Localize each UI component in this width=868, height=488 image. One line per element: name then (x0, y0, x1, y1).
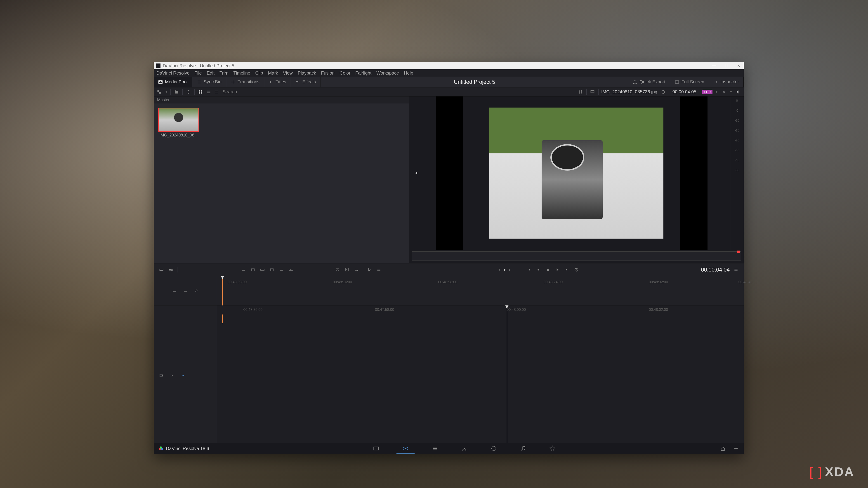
go-start-button[interactable] (526, 267, 532, 273)
thumbnail-view-button[interactable] (197, 89, 204, 95)
menu-mark[interactable]: Mark (268, 70, 278, 76)
list-view-button[interactable] (214, 89, 220, 95)
meter-tick: -15 (735, 129, 739, 132)
clip-info-button[interactable] (660, 89, 666, 95)
scrub-track[interactable] (412, 252, 741, 260)
fairlight-page-button[interactable] (519, 444, 528, 453)
menu-trim[interactable]: Trim (219, 70, 228, 76)
sort-button[interactable] (577, 89, 584, 95)
bypass-fx-button[interactable] (721, 89, 727, 95)
menu-fairlight[interactable]: Fairlight (355, 70, 371, 76)
full-screen-button[interactable]: Full Screen (670, 76, 709, 87)
quick-export-button[interactable]: Quick Export (628, 76, 670, 87)
bypass-dropdown-icon[interactable]: ▼ (730, 90, 733, 94)
sync-bin-button[interactable]: Sync Bin (192, 76, 226, 87)
fast-review-button[interactable] (366, 267, 373, 273)
lower-ruler[interactable]: 00:47:56:00 00:47:58:00 00:48:00:00 00:4… (217, 305, 744, 315)
transition-button[interactable] (334, 267, 341, 273)
media-page-button[interactable] (372, 444, 381, 453)
adjust-button[interactable] (353, 267, 360, 273)
effects-button[interactable]: Effects (291, 76, 321, 87)
stop-button[interactable] (545, 267, 551, 273)
loop-button[interactable] (573, 267, 580, 273)
track-tool-1[interactable] (171, 288, 178, 294)
menu-timeline[interactable]: Timeline (233, 70, 250, 76)
settings-button[interactable] (733, 445, 739, 452)
prev-clip-button[interactable] (413, 170, 418, 176)
tool-button-5[interactable] (278, 267, 285, 273)
lower-playhead[interactable] (507, 305, 507, 443)
menu-view[interactable]: View (283, 70, 293, 76)
tool-button-4[interactable] (269, 267, 275, 273)
maximize-button[interactable]: ☐ (724, 63, 729, 68)
menu-workspace[interactable]: Workspace (376, 70, 399, 76)
home-button[interactable] (720, 445, 726, 452)
sync-clips-button[interactable] (185, 89, 192, 95)
scrub-bar[interactable] (409, 250, 744, 263)
viewer-mode-button[interactable] (589, 89, 596, 95)
razor-button[interactable] (169, 372, 176, 379)
menu-color[interactable]: Color (340, 70, 350, 76)
menu-file[interactable]: File (194, 70, 202, 76)
dropdown-arrow-icon[interactable]: ▼ (165, 90, 168, 94)
titles-button[interactable]: T Titles (264, 76, 291, 87)
import-media-button[interactable] (156, 89, 162, 95)
playback-timecode: 00:00:04:04 (701, 267, 730, 273)
play-button[interactable] (554, 267, 561, 273)
import-folder-button[interactable] (174, 89, 180, 95)
tool-button-3[interactable] (259, 267, 266, 273)
close-button[interactable]: ✕ (736, 63, 741, 68)
picture-button[interactable] (344, 267, 350, 273)
bin-master-label[interactable]: Master (154, 96, 409, 103)
tool-button-2[interactable] (250, 267, 256, 273)
sliders-icon (354, 267, 359, 272)
svg-rect-36 (183, 375, 184, 376)
track-tool-2[interactable] (182, 288, 188, 294)
jog-next-icon[interactable]: › (509, 267, 510, 272)
lower-timeline-track[interactable]: 00:47:56:00 00:47:58:00 00:48:00:00 00:4… (217, 305, 744, 443)
append-button[interactable] (168, 267, 174, 273)
menu-fusion[interactable]: Fusion (321, 70, 335, 76)
menu-playback[interactable]: Playback (298, 70, 316, 76)
timeline-options-button[interactable] (733, 267, 739, 273)
viewer-filename: IMG_20240810_085736.jpg (601, 89, 657, 94)
viewer-image[interactable] (489, 107, 663, 238)
jog-dot-icon[interactable]: ● (504, 268, 506, 272)
resolution-badge[interactable]: FHD (702, 90, 712, 94)
deliver-page-button[interactable] (548, 444, 557, 453)
step-back-button[interactable] (535, 267, 541, 273)
edit-page-button[interactable] (430, 444, 439, 453)
menu-edit[interactable]: Edit (207, 70, 215, 76)
search-input[interactable] (223, 89, 268, 94)
volume-button[interactable] (735, 89, 741, 95)
jog-prev-icon[interactable]: ‹ (499, 267, 500, 272)
viewer-container[interactable]: 0 -5 -10 -15 -20 -30 -40 -50 (409, 96, 744, 250)
transitions-button[interactable]: Transitions (226, 76, 264, 87)
timeline-view-button[interactable] (376, 267, 382, 273)
scrub-marker[interactable] (737, 251, 740, 253)
menu-clip[interactable]: Clip (255, 70, 263, 76)
strip-view-button[interactable] (206, 89, 212, 95)
track-tool-3[interactable] (193, 288, 199, 294)
tool-button-1[interactable] (240, 267, 247, 273)
menu-davinci[interactable]: DaVinci Resolve (156, 70, 189, 76)
tool-button-6[interactable] (288, 267, 294, 273)
cut-page-button[interactable] (401, 444, 410, 453)
clip-thumbnail[interactable] (158, 108, 199, 132)
go-end-button[interactable] (564, 267, 570, 273)
smart-insert-button[interactable] (158, 267, 164, 273)
media-pool-area[interactable]: IMG_20240810_08... (154, 103, 409, 263)
svg-text:T: T (270, 80, 272, 84)
menu-help[interactable]: Help (404, 70, 413, 76)
minimize-button[interactable]: — (712, 63, 717, 68)
snap-button[interactable] (180, 372, 186, 379)
video-track-button[interactable] (158, 372, 164, 379)
color-page-button[interactable] (489, 444, 498, 453)
ruler-tick: 00:48:02:00 (649, 308, 668, 312)
media-pool-button[interactable]: Media Pool (154, 76, 192, 87)
upper-ruler[interactable]: 00:48:08:00 00:48:16:00 00:48:58:00 00:4… (217, 276, 744, 305)
inspector-button[interactable]: Inspector (709, 76, 744, 87)
media-clip[interactable]: IMG_20240810_08... (158, 108, 199, 138)
res-dropdown-icon[interactable]: ▼ (715, 90, 718, 94)
fusion-page-button[interactable] (460, 444, 469, 453)
